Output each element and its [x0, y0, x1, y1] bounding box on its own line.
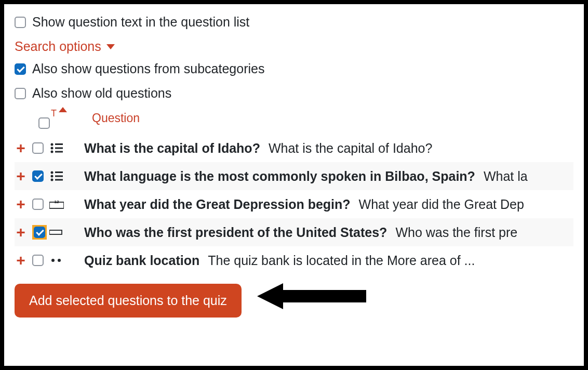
checkbox-question[interactable]	[34, 227, 45, 238]
multichoice-icon	[49, 142, 64, 154]
question-text: What year did the Great Dep	[359, 197, 524, 212]
question-title[interactable]: Who was the first president of the Unite…	[84, 225, 387, 240]
svg-point-8	[51, 175, 54, 178]
svg-rect-14	[49, 230, 62, 234]
checkbox-subcategories[interactable]	[15, 63, 26, 75]
checkbox-old-questions[interactable]	[15, 88, 26, 99]
question-row: + What language is the most commonly spo…	[15, 162, 573, 190]
question-row: + 12 What year did the Great Depression …	[15, 190, 573, 218]
checkbox-question[interactable]	[32, 199, 44, 210]
question-text: What la	[484, 169, 528, 184]
question-row: + Quiz bank location The quiz bank is lo…	[15, 246, 573, 274]
add-icon[interactable]: +	[15, 224, 27, 240]
search-options-toggle[interactable]: Search options	[15, 39, 573, 54]
svg-rect-5	[55, 151, 63, 153]
checkbox-question[interactable]	[32, 142, 44, 154]
checkbox-select-all[interactable]	[38, 117, 50, 129]
question-list-header: T Question	[15, 111, 573, 129]
label-subcategories: Also show questions from subcategories	[32, 61, 264, 76]
question-title[interactable]: What is the capital of Idaho?	[84, 141, 260, 156]
button-row: Add selected questions to the quiz	[15, 274, 573, 318]
svg-point-16	[58, 259, 61, 262]
label-show-question-text: Show question text in the question list	[32, 15, 249, 30]
svg-text:12: 12	[55, 200, 59, 204]
sort-type-label[interactable]: T	[51, 108, 57, 119]
label-old-questions: Also show old questions	[32, 86, 171, 101]
svg-rect-3	[55, 148, 63, 149]
numerical-icon: 12	[49, 199, 64, 209]
svg-point-6	[51, 171, 54, 174]
option-old-questions: Also show old questions	[15, 86, 573, 101]
add-icon[interactable]: +	[15, 140, 27, 156]
question-list: + What is the capital of Idaho? What is …	[15, 134, 573, 274]
question-text: Who was the first pre	[395, 225, 517, 240]
column-header-question[interactable]: Question	[92, 111, 140, 125]
svg-rect-1	[55, 143, 63, 145]
add-icon[interactable]: +	[15, 196, 27, 212]
add-icon[interactable]: +	[15, 168, 27, 184]
checkbox-show-question-text[interactable]	[15, 17, 26, 28]
svg-point-10	[51, 179, 54, 181]
option-subcategories: Also show questions from subcategories	[15, 61, 573, 76]
truefalse-icon	[49, 257, 64, 264]
question-text: What is the capital of Idaho?	[269, 141, 432, 156]
checkbox-highlight	[32, 225, 47, 240]
add-selected-button[interactable]: Add selected questions to the quiz	[15, 284, 242, 318]
multichoice-icon	[49, 170, 64, 182]
svg-point-4	[51, 151, 54, 153]
search-options-label: Search options	[15, 39, 101, 54]
shortanswer-icon	[49, 229, 64, 235]
caret-down-icon	[106, 44, 115, 49]
question-title[interactable]: Quiz bank location	[84, 253, 199, 268]
checkbox-question[interactable]	[32, 170, 44, 182]
svg-point-15	[51, 259, 55, 262]
svg-marker-17	[257, 283, 366, 309]
svg-rect-11	[55, 179, 63, 181]
sort-caret-up-icon[interactable]	[59, 107, 67, 112]
svg-rect-9	[55, 176, 63, 177]
question-row: + What is the capital of Idaho? What is …	[15, 134, 573, 162]
svg-point-2	[51, 147, 54, 150]
option-show-question-text: Show question text in the question list	[15, 15, 573, 30]
question-text: The quiz bank is located in the More are…	[208, 253, 475, 268]
question-title[interactable]: What year did the Great Depression begin…	[84, 197, 351, 212]
checkbox-question[interactable]	[32, 255, 44, 266]
svg-rect-7	[55, 171, 63, 173]
question-row: + Who was the first president of the Uni…	[15, 218, 573, 246]
question-title[interactable]: What language is the most commonly spoke…	[84, 169, 475, 184]
arrow-left-icon	[257, 281, 371, 312]
svg-point-0	[51, 143, 54, 146]
add-icon[interactable]: +	[15, 253, 27, 268]
